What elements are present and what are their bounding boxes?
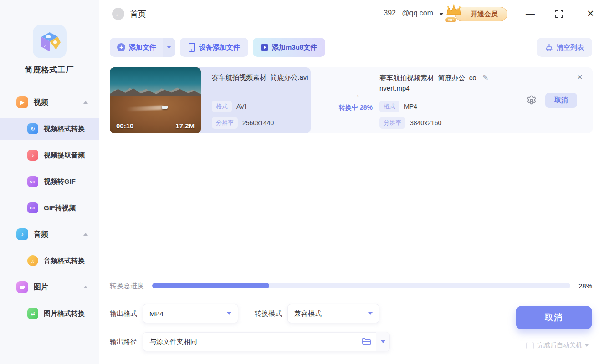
sidebar-group-audio[interactable]: ♪ 音频 bbox=[0, 223, 99, 245]
target-format-row: 格式 MP4 bbox=[379, 101, 417, 112]
clear-list-label: 清空列表 bbox=[557, 43, 584, 52]
close-icon: × bbox=[587, 6, 594, 20]
sidebar-item-image-format-convert[interactable]: ⇄ 图片格式转换 bbox=[0, 303, 99, 324]
conversion-task-row: 00:10 17.2M 赛车航拍视频素材_简鹿办公.avi 格式 AVI 分辨率… bbox=[110, 67, 593, 133]
sidebar-group-video[interactable]: ▶ 视频 bbox=[0, 91, 99, 113]
output-format-select[interactable]: MP4 bbox=[143, 304, 238, 323]
open-folder-button[interactable] bbox=[361, 338, 371, 346]
conversion-status: 转换中 28% bbox=[328, 104, 383, 112]
output-path-row: 输出路径 与源文件夹相同 bbox=[110, 332, 390, 351]
clear-list-button[interactable]: 清空列表 bbox=[537, 38, 592, 57]
collapse-caret-icon bbox=[83, 101, 88, 104]
target-resolution-row: 分辨率 3840x2160 bbox=[379, 117, 441, 129]
audio-icon: ♪ bbox=[16, 228, 28, 240]
audio-convert-icon: ♫ bbox=[27, 255, 38, 266]
resolution-tag: 分辨率 bbox=[212, 117, 238, 129]
back-icon: ← bbox=[115, 10, 122, 18]
task-cancel-button[interactable]: 取消 bbox=[545, 93, 577, 108]
video-thumbnail[interactable]: 00:10 17.2M bbox=[110, 67, 201, 133]
auto-shutdown-option[interactable]: 完成后自动关机 bbox=[526, 341, 589, 349]
edit-filename-icon[interactable]: ✎ bbox=[482, 73, 488, 82]
sidebar-item-video-to-gif[interactable]: GIF 视频转GIF bbox=[0, 171, 99, 192]
image-convert-icon: ⇄ bbox=[27, 308, 38, 319]
caret-down-icon bbox=[381, 340, 385, 343]
output-format-value: MP4 bbox=[149, 310, 227, 318]
caret-down-icon bbox=[585, 344, 589, 347]
add-file-button[interactable]: + 添加文件 bbox=[110, 38, 175, 57]
phone-icon bbox=[188, 43, 195, 52]
app-logo: ♪ 简鹿格式工厂 bbox=[0, 25, 99, 75]
auto-shutdown-checkbox[interactable] bbox=[526, 342, 534, 349]
collapse-caret-icon bbox=[83, 233, 88, 236]
target-format-value: MP4 bbox=[404, 103, 417, 110]
total-progress-label: 转换总进度 bbox=[110, 282, 144, 290]
collapse-caret-icon bbox=[83, 286, 88, 288]
output-path-label: 输出路径 bbox=[110, 338, 137, 346]
add-file-label: 添加文件 bbox=[129, 43, 156, 52]
source-resolution-value: 2560x1440 bbox=[242, 119, 274, 126]
resolution-tag: 分辨率 bbox=[379, 117, 405, 129]
source-format-row: 格式 AVI bbox=[212, 101, 246, 112]
source-format-value: AVI bbox=[236, 103, 246, 110]
image-icon bbox=[16, 281, 28, 293]
source-filename: 赛车航拍视频素材_简鹿办公.avi bbox=[212, 73, 308, 82]
app-name: 简鹿格式工厂 bbox=[0, 65, 99, 75]
format-tag: 格式 bbox=[212, 101, 232, 112]
output-path-value: 与源文件夹相同 bbox=[149, 338, 361, 346]
cube-logo-icon: ♪ bbox=[38, 30, 61, 53]
device-add-label: 设备添加文件 bbox=[199, 43, 240, 52]
caret-down-icon bbox=[227, 312, 231, 315]
caret-down-icon bbox=[368, 312, 373, 315]
total-progress-row: 转换总进度 28% bbox=[110, 281, 592, 290]
convert-mode-select[interactable]: 兼容模式 bbox=[287, 304, 379, 323]
add-m3u8-label: 添加m3u8文件 bbox=[272, 43, 317, 52]
convert-mode-label: 转换模式 bbox=[255, 309, 282, 318]
extract-audio-icon: ♪ bbox=[27, 150, 38, 161]
output-path-dropdown[interactable] bbox=[376, 332, 389, 351]
task-settings-button[interactable] bbox=[526, 95, 537, 106]
target-resolution-value: 3840x2160 bbox=[410, 119, 441, 126]
vip-label: 开通会员 bbox=[471, 10, 498, 19]
minimize-button[interactable]: — bbox=[526, 8, 535, 19]
gif-to-video-icon: GIF bbox=[27, 202, 38, 213]
plus-icon: + bbox=[117, 43, 125, 51]
close-button[interactable]: × bbox=[587, 6, 594, 20]
sidebar-item-audio-format-convert[interactable]: ♫ 音频格式转换 bbox=[0, 250, 99, 272]
video-filesize: 17.2M bbox=[175, 122, 195, 130]
sidebar-item-gif-to-video[interactable]: GIF GIF转视频 bbox=[0, 197, 99, 219]
sidebar: ♪ 简鹿格式工厂 ▶ 视频 ↻ 视频格式转换 ♪ 视频提取音频 GIF bbox=[0, 0, 99, 364]
output-settings-row: 输出格式 MP4 转换模式 兼容模式 bbox=[110, 304, 379, 323]
video-duration: 00:10 bbox=[116, 122, 133, 130]
progress-percent: 28% bbox=[578, 282, 592, 290]
remove-task-icon[interactable]: × bbox=[577, 72, 583, 82]
output-path-field[interactable]: 与源文件夹相同 bbox=[143, 332, 390, 351]
maximize-button[interactable] bbox=[555, 10, 563, 20]
account-email[interactable]: 392...@qq.com bbox=[384, 9, 433, 17]
back-button[interactable]: ← bbox=[112, 8, 124, 20]
sidebar-item-extract-audio[interactable]: ♪ 视频提取音频 bbox=[0, 144, 99, 166]
device-add-file-button[interactable]: 设备添加文件 bbox=[180, 38, 248, 57]
page-title: 首页 bbox=[130, 9, 146, 20]
svg-text:♪: ♪ bbox=[44, 43, 46, 48]
target-filename: 赛车航拍视频素材_简鹿办公_convert.mp4 bbox=[379, 72, 478, 93]
topbar: ← 首页 392...@qq.com VIP 开通会员 — × bbox=[99, 0, 604, 28]
sidebar-group-image[interactable]: 图片 bbox=[0, 276, 99, 298]
arrow-right-icon: → bbox=[328, 88, 383, 101]
video-to-gif-icon: GIF bbox=[27, 176, 38, 187]
sidebar-item-video-format-convert[interactable]: ↻ 视频格式转换 bbox=[0, 118, 99, 140]
app-window: ♪ 简鹿格式工厂 ▶ 视频 ↻ 视频格式转换 ♪ 视频提取音频 GIF bbox=[0, 0, 604, 364]
m3u8-file-icon bbox=[261, 43, 268, 51]
gear-icon bbox=[526, 95, 537, 106]
folder-icon bbox=[361, 338, 371, 346]
video-camera-icon: ▶ bbox=[16, 96, 28, 108]
cloud-icon bbox=[19, 285, 26, 289]
vip-upgrade-button[interactable]: VIP 开通会员 bbox=[455, 7, 507, 21]
video-convert-icon: ↻ bbox=[27, 123, 38, 134]
output-format-label: 输出格式 bbox=[110, 309, 137, 318]
app-logo-icon: ♪ bbox=[33, 25, 67, 58]
vip-tag: VIP bbox=[445, 17, 456, 23]
add-m3u8-button[interactable]: 添加m3u8文件 bbox=[253, 38, 325, 57]
cancel-all-button[interactable]: 取消 bbox=[516, 306, 592, 329]
sidebar-menu: ▶ 视频 ↻ 视频格式转换 ♪ 视频提取音频 GIF 视频转GIF GIF GI… bbox=[0, 91, 99, 324]
add-file-dropdown[interactable] bbox=[163, 38, 175, 57]
